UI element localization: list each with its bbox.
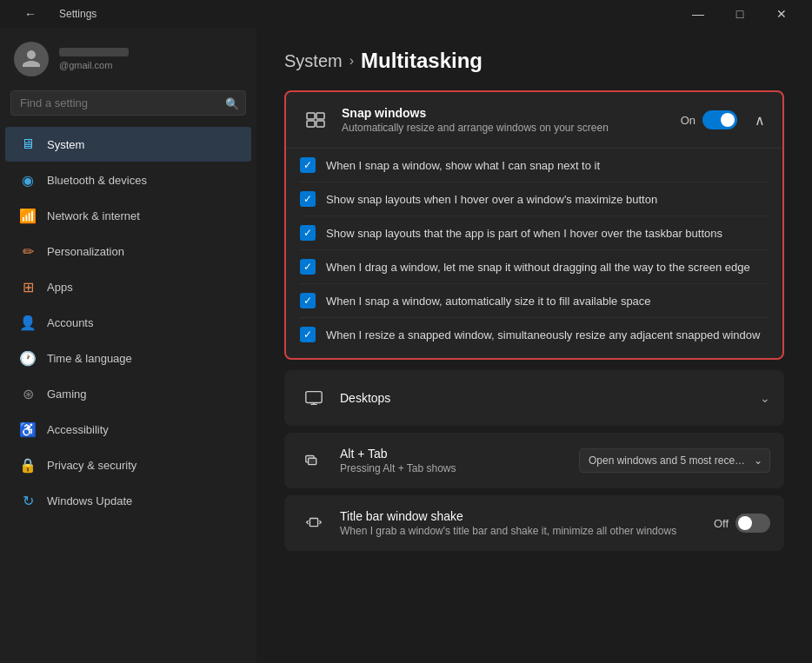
title-bar-shake-title: Title bar window shake bbox=[340, 509, 714, 523]
time-nav-label: Time & language bbox=[47, 352, 132, 365]
back-button[interactable]: ← bbox=[10, 0, 50, 28]
nav-list: 🖥 System ◉ Bluetooth & devices 📶 Network… bbox=[0, 126, 256, 519]
snap-toggle-area: On ∧ bbox=[681, 109, 769, 132]
title-bar-shake-control: Off bbox=[714, 514, 770, 533]
page-title: Multitasking bbox=[361, 49, 483, 73]
svg-rect-2 bbox=[307, 121, 315, 127]
snap-option-opt2: ✓ Show snap layouts when I hover over a … bbox=[300, 182, 769, 216]
snap-header-subtitle: Automatically resize and arrange windows… bbox=[342, 122, 681, 134]
bluetooth-nav-label: Bluetooth & devices bbox=[47, 174, 147, 187]
snap-option-text-opt6: When I resize a snapped window, simultan… bbox=[326, 328, 760, 341]
alt-tab-text: Alt + Tab Pressing Alt + Tab shows bbox=[340, 447, 579, 474]
title-bar-shake-row[interactable]: Title bar window shake When I grab a win… bbox=[284, 495, 784, 551]
snap-windows-icon bbox=[300, 104, 331, 136]
svg-rect-4 bbox=[306, 392, 322, 403]
snap-windows-header[interactable]: Snap windows Automatically resize and ar… bbox=[286, 92, 782, 148]
accessibility-nav-icon: ♿ bbox=[19, 421, 37, 438]
app-body: @gmail.com 🔍 🖥 System ◉ Bluetooth & devi… bbox=[0, 28, 812, 663]
avatar bbox=[14, 42, 49, 76]
checkbox-opt1[interactable]: ✓ bbox=[300, 157, 316, 173]
snap-option-opt5: ✓ When I snap a window, automatically si… bbox=[300, 284, 769, 318]
network-nav-label: Network & internet bbox=[47, 209, 140, 222]
desktops-chevron: ⌄ bbox=[760, 391, 770, 405]
network-nav-icon: 📶 bbox=[19, 207, 37, 224]
breadcrumb-system: System bbox=[284, 51, 343, 71]
accounts-nav-icon: 👤 bbox=[19, 314, 37, 331]
user-section[interactable]: @gmail.com bbox=[0, 28, 256, 87]
search-box[interactable]: 🔍 bbox=[10, 90, 246, 116]
search-input[interactable] bbox=[10, 90, 246, 116]
personalization-nav-icon: ✏ bbox=[19, 242, 37, 260]
update-nav-label: Windows Update bbox=[47, 494, 132, 507]
checkbox-opt3[interactable]: ✓ bbox=[300, 225, 316, 241]
sidebar-item-update[interactable]: ↻ Windows Update bbox=[5, 483, 251, 518]
window-controls: — □ ✕ bbox=[678, 0, 802, 28]
apps-nav-label: Apps bbox=[47, 281, 73, 294]
snap-option-opt6: ✓ When I resize a snapped window, simult… bbox=[300, 318, 769, 351]
sidebar-item-bluetooth[interactable]: ◉ Bluetooth & devices bbox=[5, 162, 251, 197]
alt-tab-icon bbox=[298, 445, 329, 476]
alt-tab-row[interactable]: Alt + Tab Pressing Alt + Tab shows Open … bbox=[284, 433, 784, 488]
snap-toggle[interactable] bbox=[702, 110, 737, 129]
sidebar-item-time[interactable]: 🕐 Time & language bbox=[5, 341, 251, 375]
maximize-button[interactable]: □ bbox=[720, 0, 760, 28]
alt-tab-control: Open windows and 5 most recent tabs in M… bbox=[579, 448, 770, 473]
close-button[interactable]: ✕ bbox=[762, 0, 802, 28]
personalization-nav-label: Personalization bbox=[47, 245, 124, 258]
svg-rect-3 bbox=[316, 121, 324, 127]
checkbox-opt6[interactable]: ✓ bbox=[300, 327, 316, 342]
desktops-text: Desktops bbox=[340, 391, 760, 405]
user-email: @gmail.com bbox=[59, 60, 129, 70]
checkbox-opt4[interactable]: ✓ bbox=[300, 259, 316, 275]
accessibility-nav-label: Accessibility bbox=[47, 423, 109, 436]
main-content: System › Multitasking Snap windows Autom… bbox=[256, 28, 812, 663]
apps-nav-icon: ⊞ bbox=[19, 278, 37, 295]
sidebar-item-network[interactable]: 📶 Network & internet bbox=[5, 198, 251, 233]
alt-tab-subtitle: Pressing Alt + Tab shows bbox=[340, 462, 579, 474]
minimize-button[interactable]: — bbox=[678, 0, 718, 28]
snap-option-text-opt2: Show snap layouts when I hover over a wi… bbox=[326, 193, 657, 206]
search-icon: 🔍 bbox=[225, 96, 239, 109]
time-nav-icon: 🕐 bbox=[19, 349, 37, 367]
svg-rect-1 bbox=[316, 113, 324, 119]
update-nav-icon: ↻ bbox=[19, 492, 37, 509]
page-header: System › Multitasking bbox=[284, 49, 784, 73]
app-title: Settings bbox=[59, 8, 97, 20]
title-bar-shake-toggle-label: Off bbox=[714, 517, 729, 530]
gaming-nav-label: Gaming bbox=[47, 388, 87, 401]
svg-rect-8 bbox=[309, 458, 316, 464]
checkbox-opt5[interactable]: ✓ bbox=[300, 293, 316, 308]
sidebar-item-gaming[interactable]: ⊛ Gaming bbox=[5, 376, 251, 411]
snap-option-text-opt3: Show snap layouts that the app is part o… bbox=[326, 227, 722, 240]
desktops-title: Desktops bbox=[340, 391, 760, 405]
snap-windows-card: Snap windows Automatically resize and ar… bbox=[284, 90, 784, 360]
sidebar-item-accounts[interactable]: 👤 Accounts bbox=[5, 305, 251, 340]
sidebar-item-system[interactable]: 🖥 System bbox=[5, 127, 251, 162]
gaming-nav-icon: ⊛ bbox=[19, 385, 37, 402]
title-bar-shake-icon bbox=[298, 507, 329, 539]
desktops-row[interactable]: Desktops ⌄ bbox=[284, 370, 784, 426]
breadcrumb-chevron: › bbox=[349, 53, 354, 69]
alt-tab-title: Alt + Tab bbox=[340, 447, 579, 461]
sidebar-item-accessibility[interactable]: ♿ Accessibility bbox=[5, 412, 251, 447]
system-nav-icon: 🖥 bbox=[19, 136, 37, 153]
user-info: @gmail.com bbox=[59, 48, 129, 70]
snap-header-text: Snap windows Automatically resize and ar… bbox=[342, 106, 681, 134]
alt-tab-dropdown[interactable]: Open windows and 5 most recent tabs in M… bbox=[579, 448, 770, 473]
sidebar-item-personalization[interactable]: ✏ Personalization bbox=[5, 234, 251, 269]
accounts-nav-label: Accounts bbox=[47, 316, 93, 329]
titlebar-left: ← Settings bbox=[10, 0, 97, 28]
title-bar-shake-toggle[interactable] bbox=[735, 514, 770, 533]
checkbox-opt2[interactable]: ✓ bbox=[300, 191, 316, 207]
sidebar-item-apps[interactable]: ⊞ Apps bbox=[5, 269, 251, 304]
sidebar-item-privacy[interactable]: 🔒 Privacy & security bbox=[5, 448, 251, 482]
snap-option-text-opt1: When I snap a window, show what I can sn… bbox=[326, 159, 600, 172]
snap-expand-button[interactable]: ∧ bbox=[751, 109, 769, 132]
desktops-icon bbox=[298, 382, 329, 414]
snap-option-text-opt4: When I drag a window, let me snap it wit… bbox=[326, 261, 750, 274]
snap-header-title: Snap windows bbox=[342, 106, 681, 120]
desktops-control: ⌄ bbox=[760, 391, 770, 405]
snap-toggle-label: On bbox=[681, 114, 696, 127]
privacy-nav-icon: 🔒 bbox=[19, 456, 37, 474]
system-nav-label: System bbox=[47, 138, 84, 151]
